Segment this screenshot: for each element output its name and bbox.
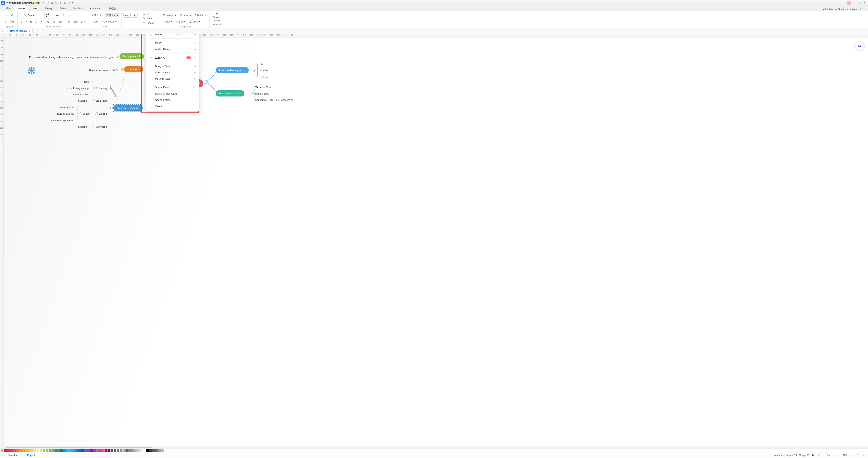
mindmap-text[interactable]: First-line xyxy=(259,76,269,79)
font-family-select[interactable]: 🔍 Arial ▾ xyxy=(20,13,43,18)
color-swatch[interactable] xyxy=(99,449,102,452)
mindmap-text[interactable]: Human Skills xyxy=(255,92,269,95)
align-left-button[interactable]: ≡▾ xyxy=(68,13,72,18)
page-select[interactable]: Page-1 ▾ xyxy=(6,453,21,457)
bullets-button[interactable]: ≣▾ xyxy=(58,20,63,24)
increase-font-button[interactable]: A↑ xyxy=(55,13,60,18)
mindmap-text[interactable]: Subtopic xyxy=(78,99,87,102)
open-button[interactable]: 📁 xyxy=(55,1,58,4)
fit-view-button[interactable]: ⛶ xyxy=(856,454,860,457)
selection-handle[interactable] xyxy=(144,111,145,112)
toggle-icon[interactable] xyxy=(92,99,94,102)
context-menu-item[interactable]: Move to Layer▶ xyxy=(146,75,199,82)
toggle-icon[interactable] xyxy=(110,107,113,109)
color-swatch[interactable] xyxy=(16,449,19,452)
color-swatch[interactable] xyxy=(131,449,134,452)
toggle-icon[interactable] xyxy=(80,113,82,115)
color-swatch[interactable] xyxy=(40,449,42,452)
color-swatch[interactable] xyxy=(66,449,69,452)
mindmap-text[interactable]: Planning xyxy=(98,87,107,90)
toggle-icon[interactable] xyxy=(93,125,95,128)
numbering-button[interactable]: ⋮≡▾ xyxy=(64,20,72,24)
toggle-icon[interactable] xyxy=(117,55,119,58)
color-swatch[interactable] xyxy=(52,449,54,452)
toggle-icon[interactable] xyxy=(206,81,209,84)
scrollbar-thumb[interactable] xyxy=(6,447,152,448)
window-minimize-button[interactable]: — xyxy=(852,1,857,4)
page-panel-icon[interactable]: ▭ xyxy=(2,454,4,457)
color-swatch[interactable] xyxy=(149,449,152,452)
mindmap-text[interactable]: communicating the vision xyxy=(49,119,75,122)
mindmap-text[interactable]: Top xyxy=(259,62,263,65)
select-tool-button[interactable]: ↖ Select ▾ xyxy=(90,13,104,18)
color-swatch[interactable] xyxy=(137,449,140,452)
context-menu-item[interactable]: ⬆Bring to Front▶ xyxy=(146,63,199,69)
toggle-icon[interactable] xyxy=(94,87,97,89)
color-swatch[interactable] xyxy=(13,449,16,452)
group-button[interactable]: ⊡ Group▾ xyxy=(179,13,192,18)
color-swatch[interactable] xyxy=(63,449,66,452)
layers-icon[interactable]: ≋ xyxy=(817,454,820,457)
window-maximize-button[interactable]: ▢ xyxy=(857,1,862,4)
document-tab[interactable]: 📄 How to Manag... xyxy=(4,29,33,33)
mindmap-text[interactable]: develoing plans xyxy=(73,93,90,96)
position-button[interactable]: ⊞ Position▾ xyxy=(162,13,177,18)
mindmap-text[interactable]: establishing strategy xyxy=(67,87,89,90)
focus-mode-button[interactable]: ⛶ Focus xyxy=(823,454,834,457)
context-menu-item[interactable]: Insert▶ xyxy=(146,40,199,46)
color-swatch[interactable] xyxy=(45,449,48,452)
color-swatch[interactable] xyxy=(37,449,39,452)
context-menu-item[interactable]: Shape DataF8 xyxy=(146,84,199,90)
color-swatch[interactable] xyxy=(161,449,164,452)
mindmap-text[interactable]: Technical Skills xyxy=(255,86,271,89)
shape-tool-button[interactable]: ▢ Shape ▾ xyxy=(105,13,119,18)
text-case-button[interactable]: ab▾ xyxy=(73,20,79,24)
color-swatch[interactable] xyxy=(69,449,72,452)
canvas[interactable]: Process of administering and coordinatin… xyxy=(4,37,868,446)
color-swatch[interactable] xyxy=(90,449,93,452)
color-swatch[interactable] xyxy=(134,449,137,452)
connector-tool-button[interactable]: ╰ Connector ▾ xyxy=(100,20,118,24)
user-avatar[interactable] xyxy=(847,1,851,5)
redo-button[interactable]: ↷ xyxy=(47,1,49,4)
rotate-button[interactable]: ⟳ Rotate▾ xyxy=(193,13,207,18)
text-color-button[interactable]: T▾ xyxy=(52,20,56,24)
ai-floating-button[interactable]: M xyxy=(856,42,864,50)
font-color-button[interactable]: A▾ xyxy=(80,20,86,24)
help-button[interactable]: ? xyxy=(860,8,861,11)
selection-handle[interactable] xyxy=(112,104,114,105)
line-button[interactable]: ✎ Line ▾ xyxy=(142,16,153,21)
color-swatch[interactable] xyxy=(10,449,13,452)
zoom-level-label[interactable]: 91% xyxy=(842,454,847,457)
zoom-in-button[interactable]: + xyxy=(850,454,853,457)
color-swatch[interactable] xyxy=(158,449,161,452)
share-button[interactable]: ⇆ Share xyxy=(835,8,844,11)
paste-button[interactable]: 📋▾ xyxy=(9,20,16,24)
mindmap-text[interactable]: Leader xyxy=(83,113,90,115)
tab-insert[interactable]: Insert xyxy=(28,6,42,11)
tab-symbols[interactable]: Symbols xyxy=(69,6,86,11)
subscript-button[interactable]: X₂ xyxy=(45,20,50,24)
add-document-tab-button[interactable]: + xyxy=(34,29,38,33)
mindmap-text[interactable]: devising strategy xyxy=(56,113,74,115)
color-swatch[interactable] xyxy=(28,449,31,452)
context-menu-item[interactable]: Add to library▶ xyxy=(146,46,199,52)
size-button[interactable]: ▭ Size▾ xyxy=(175,20,187,24)
cut-button[interactable]: ✂ xyxy=(4,13,8,18)
color-swatch[interactable] xyxy=(84,449,87,452)
tab-design[interactable]: Design xyxy=(42,6,57,11)
strike-button[interactable]: S xyxy=(34,20,38,24)
export-button[interactable]: ↗ xyxy=(68,1,70,4)
context-menu-item[interactable]: ✦Edraw AIhot▶ xyxy=(146,55,199,61)
italic-button[interactable]: I xyxy=(25,20,28,24)
no-color-swatch[interactable] xyxy=(1,449,4,452)
context-menu-item[interactable]: Define Shape Data xyxy=(146,90,199,97)
bold-button[interactable]: B xyxy=(20,20,24,24)
node-skills[interactable]: Management Skills xyxy=(216,90,244,96)
align-button[interactable]: ≡ Align▾ xyxy=(162,20,174,24)
color-swatch[interactable] xyxy=(7,449,10,452)
tab-view[interactable]: View xyxy=(57,6,69,11)
tabs-expand-button[interactable]: » xyxy=(2,30,3,32)
color-swatch[interactable] xyxy=(55,449,57,452)
color-swatch[interactable] xyxy=(72,449,75,452)
